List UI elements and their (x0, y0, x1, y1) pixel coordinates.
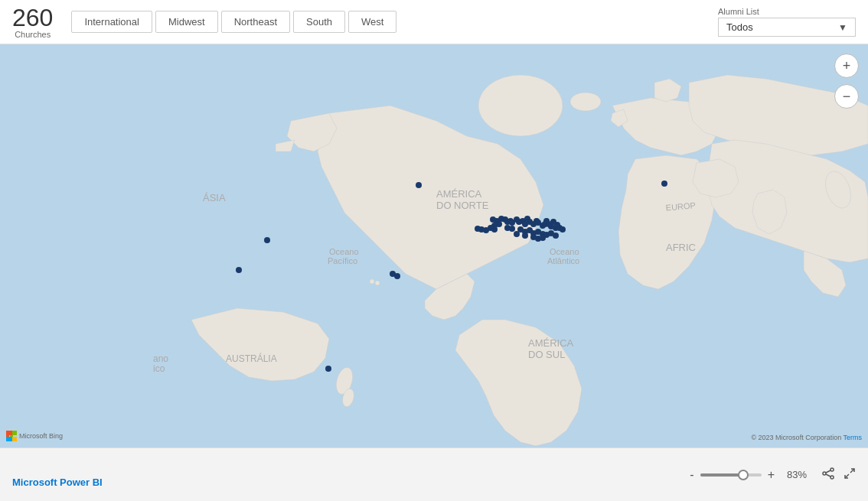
tab-west[interactable]: West (348, 11, 396, 33)
powerbi-link[interactable]: Microsoft Power BI (12, 477, 103, 488)
alumni-list-section: Alumni List Todos ▼ (718, 7, 856, 37)
svg-text:AFRIC: AFRIC (666, 242, 696, 253)
svg-line-33 (826, 470, 830, 473)
svg-point-30 (830, 468, 834, 471)
bottom-icons (822, 467, 856, 483)
tab-northeast[interactable]: Northeast (221, 11, 290, 33)
zoom-percentage: 83% (787, 469, 807, 480)
zoom-slider-thumb (738, 470, 749, 480)
svg-text:Oceano: Oceano (329, 247, 359, 256)
count-number: 260 (12, 5, 53, 30)
dropdown-value: Todos (726, 21, 753, 33)
svg-text:AUSTRÁLIA: AUSTRÁLIA (226, 353, 277, 364)
svg-point-32 (830, 476, 834, 479)
bottom-bar: Microsoft Power BI - + 83% (0, 447, 868, 501)
copyright-text: © 2023 Microsoft Corporation (751, 434, 841, 441)
bing-label: Microsoft Bing (19, 432, 63, 440)
svg-line-34 (826, 474, 830, 477)
svg-text:DO NORTE: DO NORTE (436, 200, 489, 211)
region-tabs: International Midwest Northeast South We… (71, 11, 718, 33)
map-copyright: © 2023 Microsoft Corporation Terms (751, 434, 862, 441)
svg-rect-29 (12, 437, 17, 441)
churches-count: 260 Churches (12, 5, 53, 39)
terms-link[interactable]: Terms (844, 434, 863, 441)
zoom-plus-icon[interactable]: + (768, 468, 775, 482)
alumni-dropdown[interactable]: Todos ▼ (718, 18, 856, 37)
svg-point-5 (570, 93, 601, 111)
svg-text:DO SUL: DO SUL (528, 349, 565, 360)
svg-text:AMÉRICA: AMÉRICA (528, 337, 574, 349)
svg-text:ico: ico (153, 363, 165, 374)
svg-rect-26 (6, 431, 11, 435)
svg-rect-27 (12, 431, 17, 435)
svg-text:Pacífico: Pacífico (328, 256, 357, 265)
zoom-out-button[interactable]: − (834, 84, 859, 109)
share-icon[interactable] (822, 467, 834, 483)
bing-logo-icon (6, 431, 17, 441)
svg-text:ano: ano (153, 353, 168, 364)
svg-rect-28 (6, 437, 11, 441)
svg-text:AMÉRICA: AMÉRICA (436, 188, 482, 200)
zoom-controls: + − (834, 54, 859, 109)
svg-text:Atlântico: Atlântico (547, 256, 579, 265)
world-map-svg: ÁSIA AMÉRICA DO NORTE Oceano Pacífico Oc… (0, 44, 868, 447)
alumni-list-label: Alumni List (718, 7, 856, 16)
zoom-slider-fill (700, 473, 740, 477)
count-label: Churches (15, 30, 51, 39)
top-bar: 260 Churches International Midwest North… (0, 0, 868, 44)
tab-midwest[interactable]: Midwest (155, 11, 218, 33)
bottom-right-controls: - + 83% (690, 467, 856, 483)
svg-point-7 (375, 281, 380, 285)
map-container: ÁSIA AMÉRICA DO NORTE Oceano Pacífico Oc… (0, 44, 868, 447)
bing-logo: Microsoft Bing (6, 431, 63, 441)
expand-icon[interactable] (844, 467, 856, 483)
zoom-slider[interactable] (700, 473, 762, 477)
zoom-minus-icon[interactable]: - (690, 468, 693, 482)
tab-international[interactable]: International (71, 11, 152, 33)
zoom-in-button[interactable]: + (834, 54, 859, 78)
svg-point-1 (478, 75, 563, 136)
svg-point-31 (823, 472, 826, 475)
chevron-down-icon: ▼ (838, 22, 847, 33)
svg-text:ÁSIA: ÁSIA (203, 192, 226, 203)
svg-text:Oceano: Oceano (550, 247, 579, 256)
tab-south[interactable]: South (293, 11, 345, 33)
svg-point-6 (370, 279, 374, 284)
